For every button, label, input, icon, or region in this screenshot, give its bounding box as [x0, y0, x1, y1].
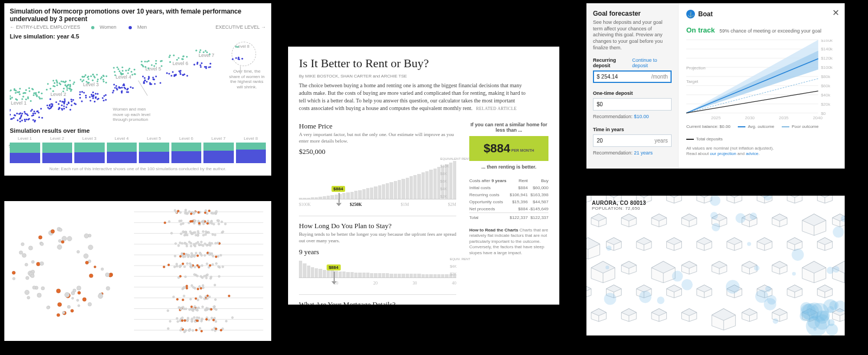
svg-point-438	[101, 268, 104, 270]
svg-point-340	[183, 55, 184, 57]
svg-point-512	[188, 222, 190, 224]
svg-point-903	[736, 213, 746, 223]
svg-point-654	[168, 264, 170, 266]
svg-point-747	[191, 308, 193, 311]
svg-point-414	[84, 234, 88, 238]
svg-point-18	[30, 100, 31, 102]
svg-point-213	[103, 79, 104, 80]
svg-point-484	[174, 209, 176, 211]
svg-point-215	[87, 76, 88, 78]
svg-point-305	[154, 65, 155, 67]
svg-point-442	[47, 306, 50, 309]
svg-point-475	[205, 210, 207, 212]
homeprice-p: A very important factor, but not the onl…	[299, 132, 456, 144]
svg-point-673	[203, 275, 206, 277]
svg-point-342	[169, 56, 170, 58]
svg-point-318	[152, 79, 154, 80]
legend-women: Women	[100, 24, 117, 30]
svg-point-408	[25, 263, 28, 267]
svg-point-216	[103, 81, 104, 82]
field-onetime: One-time deposit $0 Recommendation: $10.…	[593, 89, 672, 119]
svg-text:Projection: Projection	[686, 66, 705, 70]
svg-text:Target: Target	[686, 79, 699, 84]
svg-point-299	[142, 66, 144, 67]
svg-point-450	[88, 302, 92, 306]
howto-read: How to Read the Charts Charts that are r…	[469, 228, 548, 256]
svg-point-669	[200, 275, 202, 277]
svg-point-906	[827, 267, 834, 274]
svg-point-97	[36, 111, 38, 112]
live-sim-label: Live simulation: year 4.5	[10, 33, 266, 40]
svg-point-439	[67, 236, 72, 241]
svg-point-256	[118, 68, 119, 70]
svg-point-937	[800, 304, 816, 320]
svg-point-921	[639, 291, 652, 304]
svg-point-658	[189, 262, 191, 264]
svg-point-420	[40, 242, 43, 246]
normcorp-legend: ← ENTRY-LEVEL EMPLOYEES Women Men EXECUT…	[10, 24, 266, 30]
svg-point-690	[193, 286, 195, 288]
homeprice-yaxis: EQUIVALENT RENT $10K $8K $6K $4K $2K	[441, 155, 470, 201]
related-article-link[interactable]: RELATED ARTICLE	[476, 106, 516, 111]
svg-point-26	[21, 98, 23, 100]
svg-point-630	[208, 254, 210, 256]
svg-point-148	[56, 85, 58, 86]
svg-point-78	[28, 118, 30, 120]
svg-point-176	[59, 107, 60, 109]
recurring-input[interactable]: $ 254.14 /month	[593, 70, 672, 83]
svg-point-258	[131, 74, 133, 75]
svg-point-607	[193, 255, 195, 257]
homeprice-slider[interactable]: $884 $100K $250K $1M $2M EQUIVALENT RENT…	[299, 158, 456, 207]
svg-point-253	[114, 74, 116, 76]
svg-point-559	[185, 234, 187, 236]
svg-point-536	[212, 234, 214, 236]
svg-point-915	[607, 246, 612, 251]
svg-point-262	[122, 73, 124, 75]
projection-link[interactable]: our projection	[710, 151, 736, 156]
svg-point-202	[81, 80, 83, 82]
svg-point-910	[657, 296, 665, 304]
svg-point-655	[209, 264, 211, 267]
svg-point-267	[133, 69, 135, 70]
svg-point-788	[198, 317, 200, 319]
svg-point-402	[12, 271, 15, 274]
svg-point-920	[710, 196, 720, 206]
time-input[interactable]: 20 years	[593, 134, 672, 147]
svg-point-89	[41, 117, 43, 119]
svg-point-149	[62, 91, 64, 92]
svg-text:$140k: $140k	[821, 47, 833, 51]
svg-point-573	[210, 242, 213, 244]
svg-point-357	[174, 74, 175, 76]
svg-point-220	[81, 100, 82, 102]
section-staylong: How Long Do You Plan to Stay? Buying ten…	[299, 216, 456, 285]
cluster-svg	[4, 201, 271, 341]
close-icon[interactable]: ✕	[832, 8, 839, 18]
svg-point-426	[59, 240, 62, 243]
svg-text:$160k: $160k	[821, 40, 833, 43]
svg-point-394	[88, 245, 93, 250]
svg-point-206	[105, 82, 107, 83]
svg-point-904	[792, 249, 803, 261]
onetime-input[interactable]: $0	[593, 98, 672, 111]
svg-text:2030: 2030	[745, 115, 755, 120]
svg-point-667	[218, 275, 220, 277]
svg-point-354	[170, 75, 172, 76]
svg-point-610	[188, 254, 190, 256]
svg-point-91	[20, 121, 21, 122]
forecast-chart: Projection Target $160k $140k $120k $100…	[686, 40, 837, 121]
staylong-slider[interactable]: $884 10 20 30 40 EQUIV. RENT $4K $2K	[299, 259, 456, 286]
svg-point-339	[178, 57, 180, 59]
svg-point-115	[49, 88, 51, 89]
svg-point-125	[47, 83, 49, 85]
svg-point-373	[200, 64, 201, 66]
continue-deposit-link[interactable]: Continue to deposit	[632, 57, 672, 68]
svg-point-633	[163, 266, 165, 268]
svg-point-162	[66, 106, 67, 108]
svg-point-674	[193, 274, 195, 276]
svg-point-627	[217, 255, 219, 257]
svg-point-448	[106, 287, 110, 291]
svg-point-247	[94, 101, 95, 102]
advice-link[interactable]: advice	[746, 151, 758, 156]
svg-point-781	[194, 320, 196, 322]
svg-point-647	[174, 266, 176, 268]
